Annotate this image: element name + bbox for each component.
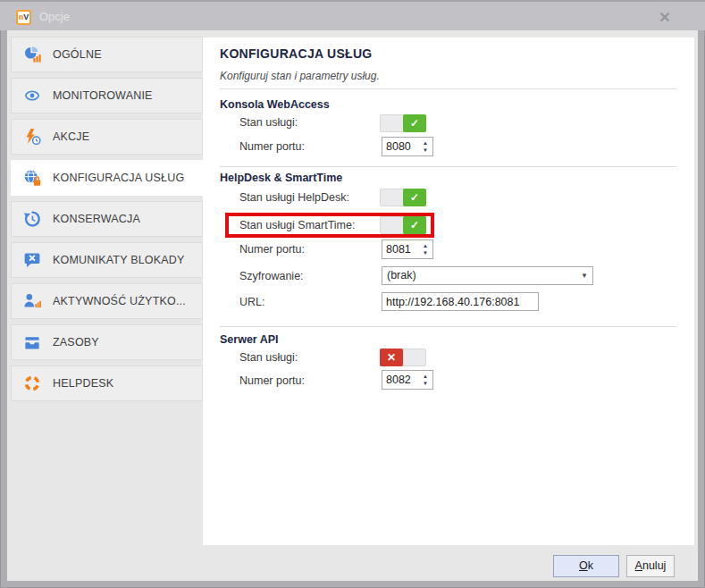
sidebar-item-ogolne[interactable]: OGÓLNE — [11, 37, 203, 72]
blocked-message-icon — [23, 251, 41, 269]
window-title: Opcje — [39, 2, 70, 32]
label-stan-uslugi: Stan usługi: — [239, 116, 298, 129]
check-icon: ✓ — [403, 216, 426, 234]
label-numer-portu: Numer portu: — [239, 140, 305, 153]
helpdesk-port-stepper: ▲ ▼ — [382, 239, 433, 259]
section-title-konsola-webaccess: Konsola WebAccess — [220, 98, 330, 111]
smarttime-service-toggle[interactable]: ✓ — [380, 216, 426, 234]
pie-chart-icon — [23, 46, 41, 63]
label-szyfrowanie: Szyfrowanie: — [239, 270, 304, 282]
sidebar-item-helpdesk[interactable]: HELPDESK — [11, 365, 203, 401]
api-port-input[interactable] — [382, 371, 418, 389]
lifebuoy-icon — [23, 374, 41, 392]
label-stan-uslugi-smarttime: Stan usługi SmartTime: — [239, 219, 355, 231]
section-title-helpdesk-smarttime: HelpDesk & SmartTime — [220, 172, 342, 184]
encryption-dropdown[interactable]: (brak) ▼ — [382, 266, 593, 285]
sidebar-item-label: KOMUNIKATY BLOKADY — [53, 254, 185, 266]
stepper-arrows: ▲ ▼ — [418, 240, 432, 258]
close-icon[interactable]: ✕ — [653, 7, 676, 29]
cancel-button[interactable]: Anuluj — [626, 555, 675, 577]
ok-button[interactable]: Ok — [553, 555, 619, 577]
stepper-arrows: ▲ ▼ — [418, 371, 432, 389]
stepper-up-icon[interactable]: ▲ — [418, 242, 432, 249]
divider — [220, 326, 676, 327]
lightning-clock-icon — [23, 128, 41, 146]
webaccess-port-stepper: ▲ ▼ — [382, 137, 433, 156]
check-icon: ✓ — [403, 114, 426, 132]
history-icon — [23, 210, 41, 228]
stepper-arrows: ▲ ▼ — [418, 138, 432, 155]
sidebar-item-komunikaty-blokady[interactable]: KOMUNIKATY BLOKADY — [11, 242, 203, 278]
stepper-down-icon[interactable]: ▼ — [418, 249, 432, 256]
sidebar-item-label: AKCJE — [53, 130, 89, 143]
chevron-down-icon: ▼ — [581, 267, 588, 284]
sidebar-item-label: KONFIGURACJA USŁUG — [53, 172, 184, 184]
label-numer-portu: Numer portu: — [239, 243, 305, 256]
sidebar-item-zasoby[interactable]: ZASOBY — [11, 324, 203, 360]
api-server-toggle[interactable]: ✕ — [380, 349, 426, 366]
webaccess-service-toggle[interactable]: ✓ — [380, 114, 426, 132]
divider — [220, 88, 676, 89]
webaccess-port-input[interactable] — [382, 138, 418, 155]
divider — [220, 166, 676, 167]
label-stan-uslugi-helpdesk: Stan usługi HelpDesk: — [239, 191, 349, 204]
sidebar-item-aktywnosc-uzytkownikow[interactable]: AKTYWNOŚĆ UŻYTKO... — [11, 283, 203, 319]
options-dialog: nV Opcje ✕ OGÓLNE MONITOROWANIE — [0, 0, 705, 588]
sidebar-item-label: AKTYWNOŚĆ UŻYTKO... — [53, 295, 186, 307]
content-panel — [203, 38, 694, 545]
stepper-up-icon[interactable]: ▲ — [418, 373, 432, 380]
check-icon: ✓ — [403, 189, 426, 206]
app-logo-icon: nV — [16, 10, 31, 25]
sidebar-item-konserwacja[interactable]: KONSERWACJA — [11, 201, 203, 237]
api-port-stepper: ▲ ▼ — [382, 370, 433, 390]
sidebar-item-label: OGÓLNE — [53, 48, 102, 61]
sidebar-item-label: HELPDESK — [53, 377, 113, 390]
section-title-serwer-api: Serwer API — [220, 333, 279, 346]
sidebar-item-monitorowanie[interactable]: MONITOROWANIE — [11, 78, 203, 113]
sidebar-item-label: KONSERWACJA — [53, 213, 140, 225]
page-title: KONFIGURACJA USŁUG — [220, 46, 373, 61]
stepper-down-icon[interactable]: ▼ — [418, 147, 432, 154]
stepper-up-icon[interactable]: ▲ — [418, 139, 432, 147]
title-bar: nV Opcje ✕ — [0, 0, 705, 30]
label-stan-uslugi: Stan usługi: — [239, 351, 298, 364]
sidebar-item-label: MONITOROWANIE — [53, 89, 153, 102]
app-logo-letter-v: V — [23, 13, 29, 21]
page-subtitle: Konfiguruj stan i parametry usług. — [220, 70, 380, 82]
user-activity-icon — [23, 292, 41, 310]
globe-lock-icon — [23, 169, 41, 187]
encryption-dropdown-value: (brak) — [387, 269, 416, 281]
label-url: URL: — [239, 296, 264, 308]
eye-icon — [23, 87, 41, 105]
url-field[interactable] — [382, 292, 539, 311]
stepper-down-icon[interactable]: ▼ — [418, 380, 432, 387]
sidebar-item-akcje[interactable]: AKCJE — [11, 119, 203, 155]
inbox-tray-icon — [23, 333, 41, 351]
helpdesk-port-input[interactable] — [382, 240, 418, 258]
helpdesk-service-toggle[interactable]: ✓ — [380, 189, 426, 206]
sidebar-item-label: ZASOBY — [53, 336, 99, 349]
sidebar-item-konfiguracja-uslug[interactable]: KONFIGURACJA USŁUG — [11, 160, 204, 196]
label-numer-portu: Numer portu: — [239, 374, 305, 387]
cross-icon: ✕ — [380, 349, 403, 366]
